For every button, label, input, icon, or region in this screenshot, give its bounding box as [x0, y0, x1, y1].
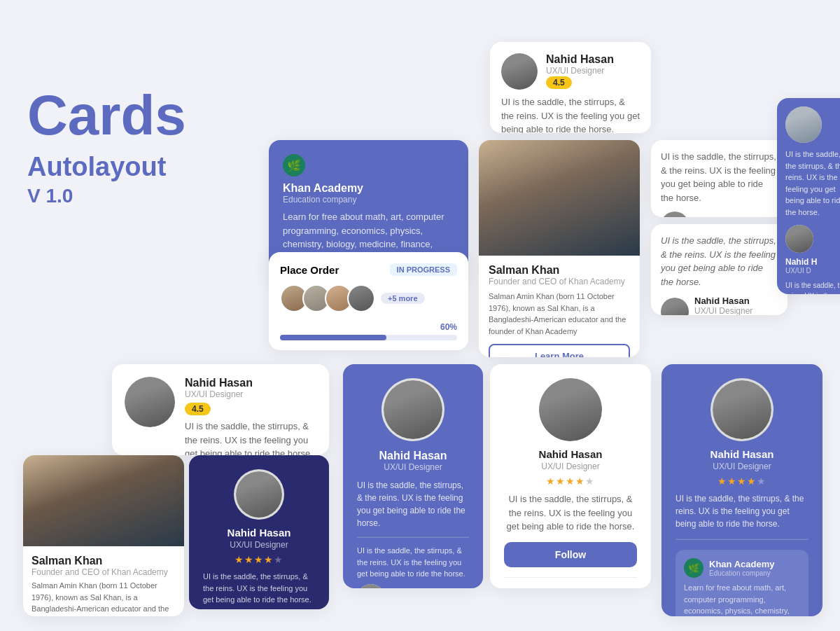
right-blue-desc2: UI is the saddle, the reins. UX is the f… [785, 280, 840, 294]
card-review-2: UI is the saddle, the stirrups, & the re… [651, 224, 788, 315]
salman-bottom-info: Salman Khan Founder and CEO of Khan Acad… [23, 546, 184, 616]
place-order-title: Place Order [280, 264, 339, 276]
hero-title: Cards [27, 88, 186, 144]
nahid-role-top: UX/UI Designer [546, 66, 614, 76]
review-2-desc: UI is the saddle, the stirrups, & the re… [661, 234, 778, 289]
ka-mini-info: Khan Academy Education company [709, 559, 774, 577]
salman-photo [479, 140, 640, 256]
salman-bottom-desc: Salman Amin Khan (born 11 October 1976),… [31, 580, 176, 616]
nahid-dark-stars: ★★★★★ [203, 554, 315, 565]
nahid-wbr-stars: ★★★★★ [504, 476, 637, 487]
review-1-name: Nahid Hasan [694, 216, 752, 218]
avatar-group [280, 284, 375, 312]
card-review-1: UI is the saddle, the stirrups, & the re… [651, 140, 788, 217]
ka-mini-title: Khan Academy [709, 559, 774, 569]
salman-bottom-role: Founder and CEO of Khan Academy [31, 567, 176, 577]
nahid-blue-sub-desc: UI is the saddle, the stirrups, & the re… [357, 545, 469, 580]
nahid-bl-name: Nahid Hasan [185, 377, 316, 389]
nahid-blue-bottom-avatar [382, 378, 444, 441]
follow-button[interactable]: Follow [504, 542, 637, 567]
review-1-avatar [661, 212, 689, 217]
nahid-blue-bottom-name: Nahid Hasan [357, 450, 469, 462]
page-wrapper: Cards Autolayout V 1.0 🌿 Khan Academy Ed… [0, 0, 840, 631]
stat-post-val: 5896 [513, 586, 536, 589]
ka-mini-card: 🌿 Khan Academy Education company Learn f… [676, 550, 808, 616]
stat-followers-val: 8952 [554, 586, 587, 589]
nahid-dark-avatar [234, 469, 284, 520]
salman-role: Founder and CEO of Khan Academy [489, 277, 630, 286]
nahid-bf-avatar [710, 378, 774, 441]
nahid-blue-bottom-desc: UI is the saddle, the stirrups, & the re… [357, 479, 469, 529]
nahid-blue-bottom-role: UX/UI Designer [357, 462, 469, 472]
card-nahid-bottom-left: Nahid Hasan UX/UI Designer 4.5 UI is the… [112, 364, 329, 455]
avatar-4 [347, 284, 375, 312]
card-khan-title: Khan Academy [283, 182, 454, 195]
right-blue-avatar [785, 106, 822, 143]
card-khan-subtitle: Education company [283, 195, 454, 204]
ka-mini-icon: 🌿 [684, 558, 704, 578]
nahid-bl-rating: 4.5 [185, 403, 211, 415]
card-nahid-blue-far: Nahid Hasan UX/UI Designer ★★★★★ UI is t… [662, 364, 822, 616]
nahid-bf-name: Nahid Hasan [676, 448, 808, 460]
nahid-dark-role: UX/UI Designer [203, 540, 315, 550]
review-2-info: Nahid Hasan UX/UI Designer ★★★★★ [694, 296, 752, 315]
nahid-bl-role: UX/UI Designer [185, 389, 316, 399]
nahid-name-top: Nahid Hasan [546, 53, 614, 66]
right-blue-desc1: UI is the saddle, the stirrups, & the re… [785, 148, 840, 218]
nahid-bl-avatar [125, 377, 175, 427]
salman-info: Salman Khan Founder and CEO of Khan Acad… [479, 256, 640, 357]
nahid-wbr-desc: UI is the saddle, the stirrups, & the re… [504, 492, 637, 534]
right-blue-role: UX/UI D [785, 267, 840, 275]
nahid-rating-top: 4.5 [546, 76, 572, 89]
review-1-info: Nahid Hasan UX/UI Designer [694, 216, 752, 218]
review-2-avatar [661, 298, 689, 316]
review-1-desc: UI is the saddle, the stirrups, & the re… [661, 150, 778, 204]
salman-bottom-photo [23, 455, 184, 546]
ka-mini-subtitle: Education company [709, 569, 774, 577]
nahid-blue-sub-avatar [357, 584, 385, 589]
khan-academy-icon: 🌿 [283, 154, 305, 176]
hero-subtitle: Autolayout [27, 152, 186, 182]
hero-version: V 1.0 [27, 185, 186, 207]
nahid-wbr-avatar [539, 378, 602, 441]
salman-description: Salman Amin Khan (born 11 October 1976),… [489, 291, 630, 337]
review-2-name: Nahid Hasan [694, 296, 752, 306]
place-order-status: IN PROGRESS [390, 263, 457, 276]
nahid-bf-desc: UI is the saddle, the stirrups, & the re… [676, 492, 808, 530]
progress-bar-fill [280, 335, 386, 340]
salman-name: Salman Khan [489, 264, 630, 277]
learn-more-button[interactable]: Learn More [489, 344, 630, 357]
card-nahid-white-br: Nahid Hasan UX/UI Designer ★★★★★ UI is t… [490, 364, 651, 588]
nahid-desc-top: UI is the saddle, the stirrups, & the re… [501, 95, 640, 133]
nahid-dark-name: Nahid Hasan [203, 527, 315, 539]
right-blue-avatar2 [785, 225, 813, 253]
card-place-order: Place Order IN PROGRESS +5 more 60% [269, 252, 468, 350]
nahid-bl-desc: UI is the saddle, the stirrups, & the re… [185, 419, 316, 455]
card-nahid-top: Nahid Hasan UX/UI Designer 4.5 UI is the… [490, 42, 651, 133]
stat-post: 5896 Post [513, 586, 536, 589]
nahid-dark-desc: UI is the saddle, the stirrups, & the re… [203, 571, 315, 606]
review-2-role: UX/UI Designer [694, 306, 752, 315]
stat-likes: 6545 Likes [605, 586, 628, 589]
card-right-blue-partial: UI is the saddle, the stirrups, & the re… [777, 98, 840, 294]
card-nahid-dark-bottom: Nahid Hasan UX/UI Designer ★★★★★ UI is t… [189, 455, 329, 609]
stats-row: 5896 Post 8952 Followers 6545 Likes [504, 586, 637, 589]
right-blue-name: Nahid H [785, 257, 840, 267]
card-salman-main: Salman Khan Founder and CEO of Khan Acad… [479, 140, 640, 357]
nahid-bf-role: UX/UI Designer [676, 462, 808, 471]
nahid-wbr-role: UX/UI Designer [504, 462, 637, 471]
progress-percent: 60% [440, 322, 457, 332]
ka-mini-desc: Learn for free about math, art, computer… [684, 582, 800, 616]
hero-section: Cards Autolayout V 1.0 [27, 88, 186, 207]
nahid-bl-info: Nahid Hasan UX/UI Designer 4.5 UI is the… [185, 377, 316, 455]
nahid-avatar-top [501, 53, 538, 90]
more-label: +5 more [381, 293, 425, 304]
card-salman-bottom: Salman Khan Founder and CEO of Khan Acad… [23, 455, 184, 616]
nahid-info-top: Nahid Hasan UX/UI Designer 4.5 [546, 53, 614, 89]
salman-bottom-name: Salman Khan [31, 555, 176, 567]
nahid-wbr-name: Nahid Hasan [504, 448, 637, 460]
progress-bar-bg [280, 335, 457, 340]
nahid-bf-stars: ★★★★★ [676, 476, 808, 487]
card-nahid-blue-bottom: Nahid Hasan UX/UI Designer UI is the sad… [343, 364, 483, 588]
stat-likes-val: 6545 [605, 586, 628, 589]
